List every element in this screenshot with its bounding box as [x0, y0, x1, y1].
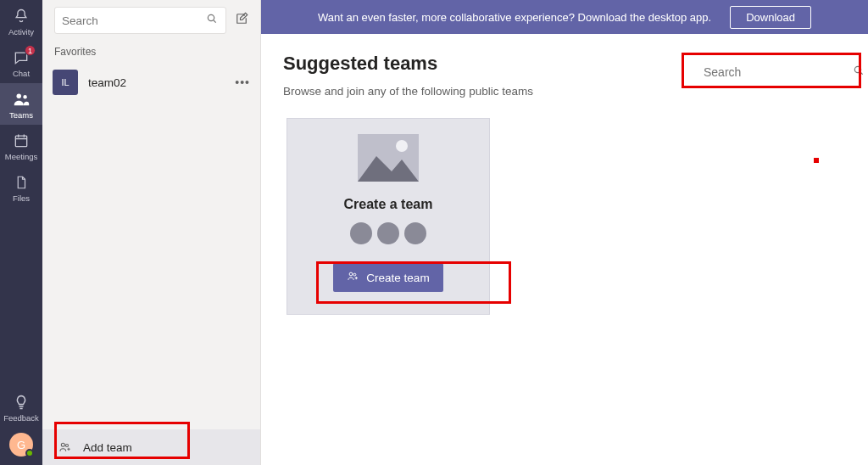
- annotation-dot: [814, 158, 819, 163]
- add-team-button[interactable]: Add team: [42, 429, 260, 465]
- create-team-button[interactable]: Create team: [333, 263, 442, 292]
- add-team-icon: [58, 440, 73, 455]
- sidebar-search[interactable]: [54, 7, 226, 34]
- svg-rect-2: [15, 136, 26, 147]
- compose-button[interactable]: [231, 8, 252, 32]
- svg-point-9: [349, 272, 353, 276]
- bell-icon: [12, 7, 31, 25]
- search-input[interactable]: [62, 14, 205, 27]
- svg-point-5: [65, 444, 68, 446]
- team-row[interactable]: IL team02 •••: [42, 63, 260, 102]
- avatars-row: [350, 222, 426, 244]
- suggested-search-input[interactable]: [704, 65, 852, 79]
- presence-indicator: [25, 449, 34, 457]
- team-avatar: IL: [53, 70, 78, 95]
- user-avatar[interactable]: G: [9, 433, 33, 457]
- svg-point-0: [17, 94, 22, 99]
- avatar-placeholder: [377, 222, 399, 244]
- download-button[interactable]: Download: [730, 6, 811, 29]
- avatar-placeholder: [350, 222, 372, 244]
- page-subtitle: Browse and join any of the following pub…: [283, 85, 846, 98]
- svg-point-4: [61, 443, 64, 446]
- search-icon: [852, 64, 865, 81]
- chat-badge: 1: [25, 45, 36, 56]
- svg-point-11: [854, 66, 860, 72]
- rail-item-activity[interactable]: Activity: [0, 0, 42, 42]
- create-team-card: Create a team Create team: [287, 118, 490, 315]
- rail-label: Teams: [9, 110, 33, 120]
- svg-point-8: [396, 140, 408, 152]
- more-icon[interactable]: •••: [235, 76, 250, 89]
- image-placeholder-icon: [358, 134, 419, 182]
- suggested-search[interactable]: [695, 58, 853, 87]
- rail-label: Files: [13, 193, 30, 203]
- rail-label: Meetings: [5, 152, 38, 161]
- team-name: team02: [88, 76, 225, 89]
- create-team-label: Create team: [366, 272, 429, 284]
- download-banner: Want an even faster, more collaborative …: [261, 0, 868, 34]
- create-team-icon: [347, 270, 359, 285]
- rail-item-meetings[interactable]: Meetings: [0, 125, 42, 166]
- rail-item-chat[interactable]: 1 Chat: [0, 42, 42, 83]
- svg-point-10: [353, 273, 356, 276]
- rail-item-files[interactable]: Files: [0, 166, 42, 208]
- avatar-initial: G: [17, 439, 25, 451]
- main-area: Want an even faster, more collaborative …: [261, 0, 868, 465]
- svg-point-3: [208, 14, 214, 20]
- bulb-icon: [12, 393, 31, 412]
- add-team-label: Add team: [83, 441, 132, 454]
- rail-item-teams[interactable]: Teams: [0, 83, 42, 125]
- rail-item-feedback[interactable]: Feedback: [0, 386, 42, 428]
- compose-icon: [234, 11, 249, 30]
- search-icon: [205, 12, 219, 29]
- calendar-icon: [12, 132, 31, 150]
- favorites-label: Favorites: [42, 41, 260, 63]
- card-title: Create a team: [344, 197, 433, 212]
- rail-label: Chat: [13, 69, 30, 78]
- teams-icon: [12, 90, 31, 109]
- teams-sidebar: Favorites IL team02 ••• Add team: [42, 0, 261, 465]
- file-icon: [12, 173, 31, 192]
- svg-point-1: [23, 95, 26, 98]
- rail-label: Feedback: [3, 413, 39, 423]
- banner-text: Want an even faster, more collaborative …: [318, 11, 711, 24]
- avatar-placeholder: [404, 222, 426, 244]
- rail-label: Activity: [8, 27, 34, 36]
- app-rail: Activity 1 Chat Teams Meetings Files: [0, 0, 42, 465]
